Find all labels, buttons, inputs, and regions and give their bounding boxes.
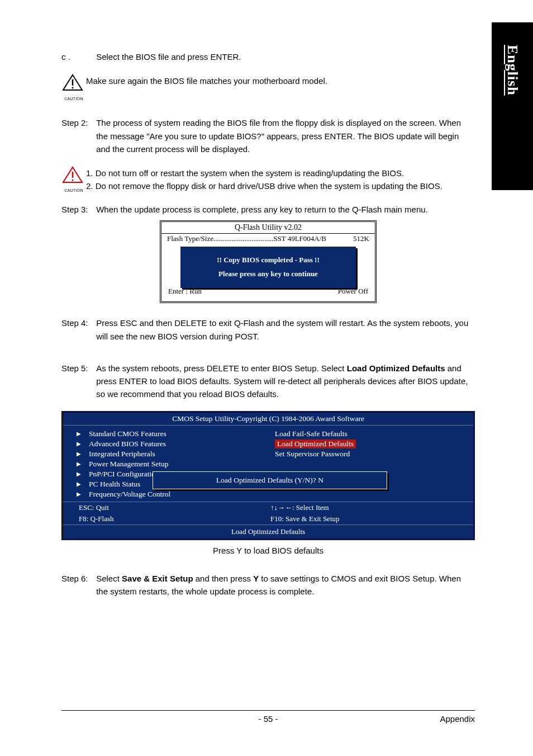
- caution-2-line2: 2. Do not remove the floppy disk or hard…: [86, 179, 475, 192]
- step-4-text: Press ESC and then DELETE to exit Q-Flas…: [96, 316, 470, 343]
- caution-icon: CAUTION: [61, 73, 86, 102]
- step6-b2: Y: [253, 574, 259, 583]
- caution-block-1: CAUTION Make sure again the BIOS file ma…: [61, 73, 475, 102]
- bios-left-5: PC Health Status: [89, 480, 140, 489]
- bios-item-integrated[interactable]: ▶Integrated Peripherals: [77, 449, 264, 459]
- bios-item-supervisor[interactable]: Set Supervisor Password: [275, 449, 462, 459]
- bios-right-1: Load Optimized Defaults: [275, 440, 356, 448]
- bios-item-user-pw[interactable]: Set User Password: [275, 459, 462, 469]
- bios-hint-f8: F8: Q-Flash: [79, 514, 270, 523]
- step-3: Step 3: When the update process is compl…: [61, 203, 475, 216]
- qflash-notice: !! Copy BIOS completed - Pass !! Please …: [180, 247, 356, 287]
- qflash-notice-line1: !! Copy BIOS completed - Pass !!: [184, 253, 353, 267]
- bios-right-0: Load Fail-Safe Defaults: [275, 429, 348, 438]
- bios-left-2: Integrated Peripherals: [89, 450, 155, 459]
- step-6-text: Select Save & Exit Setup and then press …: [96, 572, 470, 598]
- step-6-label: Step 6:: [61, 572, 94, 585]
- qflash-flash-size: 512K: [353, 234, 369, 243]
- caution-2-text: 1. Do not turn off or restart the system…: [86, 166, 475, 193]
- qflash-under-row: Enter : Run Power Off: [166, 287, 370, 296]
- step-4-label: Step 4:: [61, 316, 94, 329]
- bios-item-frequency[interactable]: ▶Frequency/Voltage Control: [77, 489, 264, 499]
- bios-title: CMOS Setup Utility-Copyright (C) 1984-20…: [63, 413, 473, 426]
- bios-setup-window: CMOS Setup Utility-Copyright (C) 1984-20…: [61, 411, 475, 540]
- step6-b1: Save & Exit Setup: [122, 574, 193, 583]
- bios-right-3: Set User Password: [275, 460, 331, 469]
- bios-hint-f10: F10: Save & Exit Setup: [270, 514, 462, 523]
- bios-right-2: Set Supervisor Password: [275, 450, 350, 459]
- page-content: c . Select the BIOS file and press ENTER…: [61, 50, 475, 608]
- page-footer: - 55 - Appendix: [61, 710, 475, 724]
- step-5-text: As the system reboots, press DELETE to e…: [96, 362, 470, 401]
- step-c: c . Select the BIOS file and press ENTER…: [61, 50, 475, 63]
- qflash-flash-label: Flash Type/Size.........................…: [167, 234, 326, 243]
- step-2: Step 2: The process of system reading th…: [61, 116, 475, 155]
- caution-block-2: CAUTION 1. Do not turn off or restart th…: [61, 166, 475, 194]
- qflash-flash-line: Flash Type/Size.........................…: [161, 234, 375, 245]
- qflash-row-right: Power Off: [338, 287, 368, 296]
- language-tab-text: English: [504, 45, 521, 96]
- step-5: Step 5: As the system reboots, press DEL…: [61, 362, 475, 401]
- page-number: - 55 -: [61, 714, 475, 724]
- bios-item-power[interactable]: ▶Power Management Setup: [77, 459, 264, 469]
- caution-label: CAUTION: [61, 96, 86, 102]
- caution-label-2: CAUTION: [61, 188, 86, 194]
- bios-caption: Press Y to load BIOS defaults: [61, 546, 475, 555]
- bios-item-optimized[interactable]: Load Optimized Defaults: [275, 439, 462, 449]
- step-4: Step 4: Press ESC and then DELETE to exi…: [61, 316, 475, 343]
- bios-left-6: Frequency/Voltage Control: [89, 490, 170, 499]
- step-3-label: Step 3:: [61, 203, 94, 216]
- step-6: Step 6: Select Save & Exit Setup and the…: [61, 572, 475, 598]
- step-3-text: When the update process is complete, pre…: [96, 203, 470, 216]
- qflash-title: Q-Flash Utility v2.02: [161, 222, 375, 234]
- bios-item-advanced[interactable]: ▶Advanced BIOS Features: [77, 439, 264, 449]
- bios-hint-arrows: ↑↓→←: Select Item: [270, 503, 462, 512]
- step5-bold: Load Optimized Defaults: [347, 363, 445, 373]
- bios-dialog[interactable]: Load Optimized Defaults (Y/N)? N: [153, 471, 387, 489]
- qflash-window: Q-Flash Utility v2.02 Flash Type/Size...…: [160, 220, 377, 303]
- bios-bottom-status: Load Optimized Defaults: [63, 525, 473, 538]
- step-2-text: The process of system reading the BIOS f…: [96, 116, 470, 155]
- bios-item-failsafe[interactable]: Load Fail-Safe Defaults: [275, 429, 462, 439]
- caution-1-text: Make sure again the BIOS file matches yo…: [86, 73, 475, 87]
- step5-pre: As the system reboots, press DELETE to e…: [96, 363, 347, 373]
- svg-point-5: [72, 179, 73, 181]
- step-5-label: Step 5:: [61, 362, 94, 375]
- qflash-notice-line2: Please press any key to continue: [184, 267, 353, 281]
- step6-t1: Select: [96, 574, 122, 583]
- step-c-text: Select the BIOS file and press ENTER.: [96, 50, 470, 63]
- bios-left-0: Standard CMOS Features: [89, 429, 166, 438]
- bios-item-standard-cmos[interactable]: ▶Standard CMOS Features: [77, 429, 264, 439]
- bios-hint-esc: ESC: Quit: [79, 503, 270, 512]
- step6-t2: and then press: [193, 574, 254, 583]
- qflash-row-left: Enter : Run: [168, 287, 202, 296]
- bios-left-1: Advanced BIOS Features: [89, 440, 166, 448]
- step-c-label: c .: [61, 50, 94, 63]
- caution-icon-red: CAUTION: [61, 166, 86, 194]
- language-tab: English: [492, 22, 533, 190]
- bios-left-4: PnP/PCI Configurations: [89, 470, 162, 479]
- svg-point-2: [72, 87, 73, 89]
- bios-left-3: Power Management Setup: [89, 460, 168, 469]
- step-2-label: Step 2:: [61, 116, 94, 129]
- caution-2-line1: 1. Do not turn off or restart the system…: [86, 167, 475, 179]
